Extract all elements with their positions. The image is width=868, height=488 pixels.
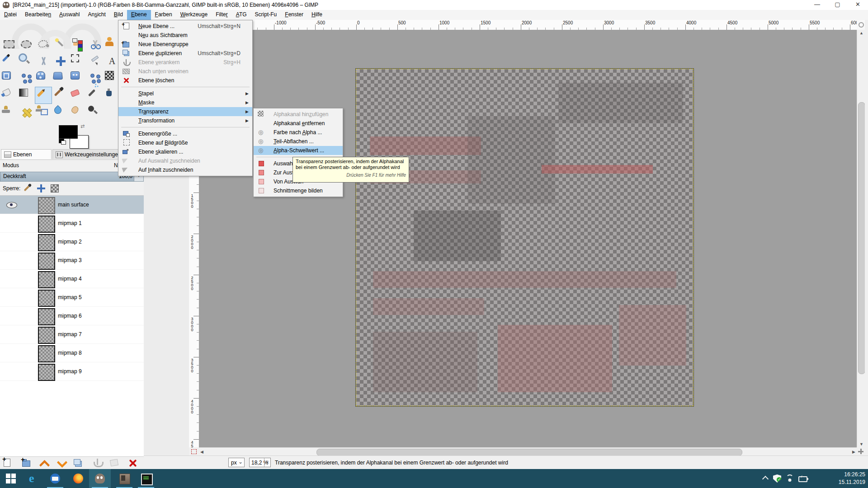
layer-row-mipmap-6[interactable]: mipmap 6 [0,307,144,325]
tool-pencil[interactable] [35,87,52,104]
new-layer-group-button[interactable] [19,458,34,469]
tool-scissors-select[interactable] [86,35,104,52]
raise-layer-button[interactable] [37,458,52,469]
layer-thumbnail[interactable] [38,290,55,307]
menu-item-auf-inhalt-zuschneiden[interactable]: Auf Inhalt zuschneiden [118,165,252,174]
layer-row-mipmap-9[interactable]: mipmap 9 [0,362,144,381]
taskbar-thunderbird-button[interactable] [44,469,66,488]
layer-thumbnail[interactable] [38,216,55,233]
menu-werkzeuge[interactable]: Werkzeuge [176,10,212,20]
layer-row-mipmap-2[interactable]: mipmap 2 [0,233,144,251]
horizontal-ruler[interactable]: -1500-1000-50005001000150020002500300035… [199,20,857,30]
menu-script-fu[interactable]: Script-Fu [251,10,281,20]
tool-move[interactable] [52,52,69,70]
tool-bucket-fill[interactable] [0,87,18,104]
unit-dropdown[interactable]: px [228,458,245,467]
layer-row-mipmap-1[interactable]: mipmap 1 [0,214,144,233]
menu-auswahl[interactable]: Auswahl [55,10,84,20]
quick-mask-toggle[interactable] [189,447,199,455]
tool-airbrush[interactable] [86,87,104,104]
tool-paths[interactable] [86,52,104,70]
tool-dodge-burn[interactable] [86,104,104,121]
layer-thumbnail[interactable] [38,327,55,344]
menu-item-ebene-skalieren[interactable]: Ebene skalieren ... [118,147,252,156]
vertical-scrollbar[interactable]: ▲ ▼ [857,30,865,447]
menu-item-maske[interactable]: Maske▶ [118,98,252,107]
menu-hilfe[interactable]: Hilfe [307,10,326,20]
zoom-dropdown[interactable]: 18,2 % ∨ [249,458,271,467]
menu-item-neue-ebene[interactable]: Neue Ebene ...Umschalt+Strg+N [118,22,252,31]
taskbar-gimp-button[interactable] [89,469,111,488]
taskbar-pixel-app-button[interactable] [135,469,157,488]
layer-thumbnail[interactable] [38,197,55,214]
tool-free-select[interactable] [35,35,52,52]
lower-layer-button[interactable] [55,458,69,469]
menu-item-neu-aus-sichtbarem[interactable]: Neu aus Sichtbarem [118,31,252,40]
foreground-color-swatch[interactable] [59,125,78,139]
tray-expand-icon[interactable] [762,476,769,482]
layer-thumbnail[interactable] [38,271,55,288]
taskbar-edge-button[interactable]: e [23,469,45,488]
menu-fenster[interactable]: Fenster [281,10,307,20]
layer-thumbnail[interactable] [38,364,55,381]
tool-perspective-clone[interactable] [35,104,52,121]
tool-crop[interactable] [0,70,18,87]
vertical-scroll-thumb[interactable] [858,102,865,374]
tool-blur-sharpen[interactable] [52,104,69,121]
menu-item-ebene-duplizieren[interactable]: Ebene duplizierenUmschalt+Strg+D [118,49,252,58]
close-button[interactable]: ✕ [848,0,868,10]
tool-rectangle-select[interactable] [0,35,18,52]
tool-smudge[interactable] [69,104,86,121]
tool-clone[interactable] [0,104,18,121]
tool-gradient[interactable] [18,87,35,104]
lock-position-icon[interactable] [37,184,45,192]
layer-thumbnail[interactable] [38,234,55,251]
menu-item-teil-abflachen[interactable]: ◎Teil-Abflachen ... [254,137,343,146]
tool-zoom[interactable] [18,52,35,70]
layer-row-mipmap-5[interactable]: mipmap 5 [0,288,144,307]
lock-alpha-icon[interactable] [51,184,59,192]
tool-measure[interactable] [35,52,52,70]
new-layer-button[interactable] [2,458,16,469]
menu-bearbeiten[interactable]: Bearbeiten [21,10,55,20]
taskbar-start-button[interactable] [0,469,22,488]
layer-row-mipmap-8[interactable]: mipmap 8 [0,344,144,362]
zoom-dropdown-icon[interactable]: ∨ [264,458,270,467]
menu-item-farbe-nach-alpha[interactable]: ◎Farbe nach Alpha ... [254,128,343,137]
menu-ebene[interactable]: Ebene [127,10,151,20]
menu-item-ebenengröße[interactable]: Ebenengröße ... [118,129,252,138]
visibility-eye-icon[interactable] [6,202,17,208]
lock-pixels-icon[interactable] [24,186,30,192]
scroll-right-icon[interactable]: ▶ [852,450,855,454]
swap-colors-icon[interactable]: ⇄ [80,123,85,129]
tool-cage-transform[interactable] [86,70,104,87]
battery-icon[interactable] [798,476,807,482]
tool-paintbrush[interactable] [52,87,69,104]
zoom-follow-icon[interactable] [857,20,865,30]
tool-select-by-color[interactable] [69,35,86,52]
canvas-viewport[interactable] [199,30,857,447]
horizontal-scrollbar[interactable]: ◀ ▶ [199,447,857,456]
menu-filter[interactable]: Filter [212,10,232,20]
navigation-icon[interactable] [857,447,865,455]
layer-row-mipmap-7[interactable]: mipmap 7 [0,325,144,344]
tab-ebenen[interactable]: Ebenen [1,149,52,159]
scroll-left-icon[interactable]: ◀ [200,450,203,454]
image-layer-checkerboard[interactable] [356,69,693,406]
tool-flip[interactable] [69,70,86,87]
minimize-button[interactable]: — [807,0,827,10]
tool-heal[interactable] [18,104,35,121]
menu-item-ebene-auf-bildgröße[interactable]: Ebene auf Bildgröße [118,138,252,147]
tool-handle-transform[interactable] [52,70,69,87]
menu-item-stapel[interactable]: Stapel▶ [118,89,252,98]
scroll-up-icon[interactable]: ▲ [859,31,863,35]
layer-row-mipmap-4[interactable]: mipmap 4 [0,270,144,288]
menu-item-alphakanal-entfernen[interactable]: Alphakanal entfernen [254,119,343,128]
menu-item-transparenz[interactable]: Transparenz▶ [118,107,252,116]
horizontal-scroll-thumb[interactable] [316,449,742,456]
tool-align[interactable] [69,52,86,70]
tool-warp-transform[interactable] [35,70,52,87]
menu-datei[interactable]: Datei [0,10,21,20]
taskbar-clock[interactable]: 16:26:25 15.11.2019 [839,471,865,486]
menu-ansicht[interactable]: Ansicht [84,10,109,20]
